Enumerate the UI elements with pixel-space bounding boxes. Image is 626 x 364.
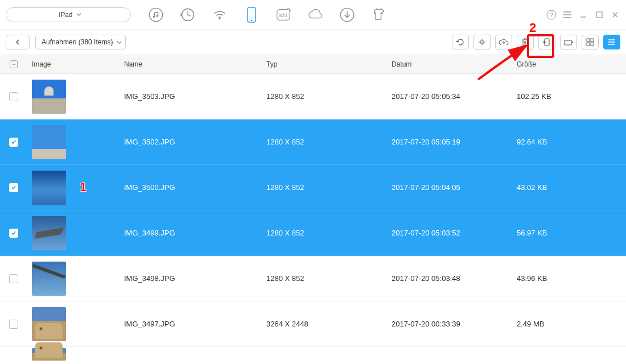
thumbnail bbox=[32, 125, 66, 159]
wifi-icon[interactable] bbox=[212, 7, 228, 23]
cell-name: IMG_3498.JPG bbox=[124, 274, 266, 283]
svg-point-4 bbox=[219, 18, 221, 19]
svg-point-0 bbox=[149, 8, 162, 21]
column-image[interactable]: Image bbox=[27, 60, 124, 68]
table-row[interactable]: IMG_3497.JPG3264 X 24482017-07-20 00:33:… bbox=[0, 301, 626, 347]
delete-button[interactable] bbox=[517, 35, 534, 49]
table-row[interactable]: IMG_3502.JPG1280 X 8522017-07-20 05:05:1… bbox=[0, 119, 626, 165]
cell-name: IMG_3497.JPG bbox=[124, 320, 266, 328]
thumbnail bbox=[32, 348, 66, 361]
close-icon[interactable] bbox=[610, 10, 620, 20]
cell-size: 92.64 KB bbox=[517, 138, 626, 146]
cell-name: IMG_3500.JPG bbox=[124, 183, 266, 192]
table-row[interactable]: IMG_3499.JPG1280 X 8522017-07-20 05:03:5… bbox=[0, 210, 626, 256]
column-typ[interactable]: Typ bbox=[266, 60, 392, 68]
export-button[interactable] bbox=[560, 35, 577, 49]
svg-rect-12 bbox=[596, 12, 602, 18]
cell-datum: 2017-07-20 05:05:19 bbox=[392, 138, 517, 146]
help-icon[interactable]: ? bbox=[546, 10, 557, 20]
window-controls: ? bbox=[546, 10, 620, 20]
list-view-button[interactable] bbox=[603, 35, 620, 49]
music-icon[interactable] bbox=[148, 7, 164, 23]
send-to-device-button[interactable] bbox=[538, 35, 555, 49]
svg-rect-15 bbox=[565, 40, 571, 45]
cell-typ: 1280 X 852 bbox=[266, 183, 392, 192]
cell-typ: 1280 X 852 bbox=[266, 274, 392, 283]
svg-point-6 bbox=[251, 19, 253, 21]
cell-typ: 1280 X 852 bbox=[266, 229, 392, 237]
svg-point-1 bbox=[153, 15, 155, 18]
cell-size: 43.02 KB bbox=[517, 183, 626, 192]
cell-name: IMG_3499.JPG bbox=[124, 229, 266, 237]
category-icons: iOS bbox=[148, 7, 387, 23]
cloud-icon[interactable] bbox=[307, 7, 323, 23]
breadcrumb-label: Aufnahmen (380 Items) bbox=[42, 38, 113, 46]
ios-icon[interactable]: iOS bbox=[275, 7, 291, 23]
row-checkbox[interactable] bbox=[9, 274, 18, 283]
svg-rect-16 bbox=[587, 39, 590, 42]
cell-datum: 2017-07-20 05:03:52 bbox=[392, 229, 517, 237]
table-row[interactable]: IMG_3500.JPG1280 X 8522017-07-20 05:04:0… bbox=[0, 165, 626, 210]
chevron-down-icon bbox=[76, 12, 81, 17]
cell-datum: 2017-07-20 05:05:34 bbox=[392, 92, 517, 101]
svg-rect-19 bbox=[591, 43, 594, 46]
row-checkbox[interactable] bbox=[9, 183, 18, 192]
cell-typ: 1280 X 852 bbox=[266, 138, 392, 146]
device-icon[interactable] bbox=[244, 7, 260, 23]
top-toolbar: iPad iOS ? bbox=[0, 0, 626, 30]
settings-button[interactable] bbox=[473, 35, 491, 49]
thumbnail bbox=[32, 307, 66, 341]
back-button[interactable] bbox=[6, 35, 30, 49]
cell-size: 43.96 KB bbox=[517, 274, 626, 283]
menu-icon[interactable] bbox=[562, 10, 573, 20]
table-row[interactable]: IMG_3498.JPG1280 X 8522017-07-20 05:03:4… bbox=[0, 256, 626, 301]
maximize-icon[interactable] bbox=[594, 10, 604, 20]
chevron-down-icon bbox=[117, 40, 122, 45]
svg-point-13 bbox=[481, 41, 484, 44]
thumbnail bbox=[32, 80, 66, 114]
row-checkbox[interactable] bbox=[9, 138, 18, 147]
table-row[interactable]: IMG_3503.JPG1280 X 8522017-07-20 05:05:3… bbox=[0, 74, 626, 119]
svg-point-2 bbox=[156, 15, 159, 17]
sub-toolbar: Aufnahmen (380 Items) bbox=[0, 30, 626, 55]
breadcrumb-selector[interactable]: Aufnahmen (380 Items) bbox=[35, 35, 126, 49]
column-datum[interactable]: Datum bbox=[392, 60, 517, 68]
cell-size: 2.49 MB bbox=[517, 320, 626, 328]
cell-name: IMG_3503.JPG bbox=[124, 92, 266, 101]
thumbnail bbox=[32, 262, 66, 296]
history-icon[interactable] bbox=[180, 7, 196, 23]
thumbnail bbox=[32, 216, 66, 250]
device-name: iPad bbox=[59, 11, 72, 19]
refresh-button[interactable] bbox=[452, 35, 469, 49]
table-body: IMG_3503.JPG1280 X 8522017-07-20 05:05:3… bbox=[0, 74, 626, 362]
cloud-upload-button[interactable] bbox=[495, 35, 512, 49]
grid-view-button[interactable] bbox=[582, 35, 599, 49]
cell-typ: 1280 X 852 bbox=[266, 92, 392, 101]
tshirt-icon[interactable] bbox=[371, 7, 387, 23]
table-header: − Image Name Typ Datum Größe bbox=[0, 55, 626, 74]
column-name[interactable]: Name bbox=[124, 60, 266, 68]
cell-datum: 2017-07-20 05:04:05 bbox=[392, 183, 517, 192]
row-checkbox[interactable] bbox=[9, 320, 18, 329]
cell-size: 102.25 KB bbox=[517, 92, 626, 101]
row-checkbox[interactable] bbox=[9, 229, 18, 238]
file-table: − Image Name Typ Datum Größe IMG_3503.JP… bbox=[0, 55, 626, 362]
download-icon[interactable] bbox=[339, 7, 355, 23]
svg-text:iOS: iOS bbox=[279, 12, 287, 18]
thumbnail bbox=[32, 171, 66, 205]
minimize-icon[interactable] bbox=[578, 10, 588, 20]
svg-rect-18 bbox=[587, 43, 590, 46]
select-all-checkbox[interactable]: − bbox=[10, 60, 18, 68]
svg-rect-17 bbox=[591, 39, 594, 42]
column-size[interactable]: Größe bbox=[517, 60, 626, 68]
table-row[interactable] bbox=[0, 347, 626, 362]
cell-datum: 2017-07-20 05:03:48 bbox=[392, 274, 517, 283]
cell-typ: 3264 X 2448 bbox=[266, 320, 392, 328]
device-selector[interactable]: iPad bbox=[6, 7, 131, 22]
svg-text:?: ? bbox=[550, 11, 553, 18]
cell-size: 56.97 KB bbox=[517, 229, 626, 237]
row-checkbox[interactable] bbox=[9, 92, 18, 101]
cell-name: IMG_3502.JPG bbox=[124, 138, 266, 146]
cell-datum: 2017-07-20 00:33:39 bbox=[392, 320, 517, 328]
action-tools bbox=[452, 35, 620, 49]
